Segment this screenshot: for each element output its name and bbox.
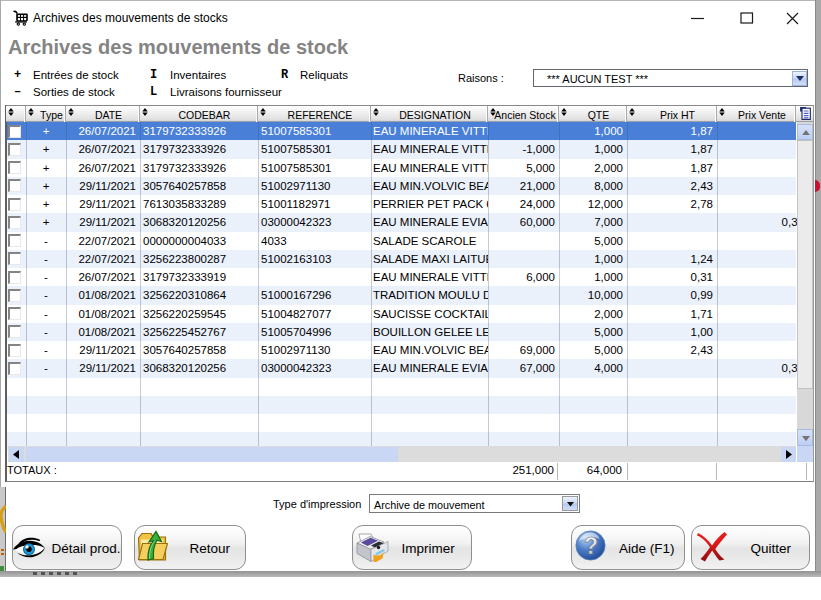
svg-text:?: ? bbox=[584, 533, 598, 559]
